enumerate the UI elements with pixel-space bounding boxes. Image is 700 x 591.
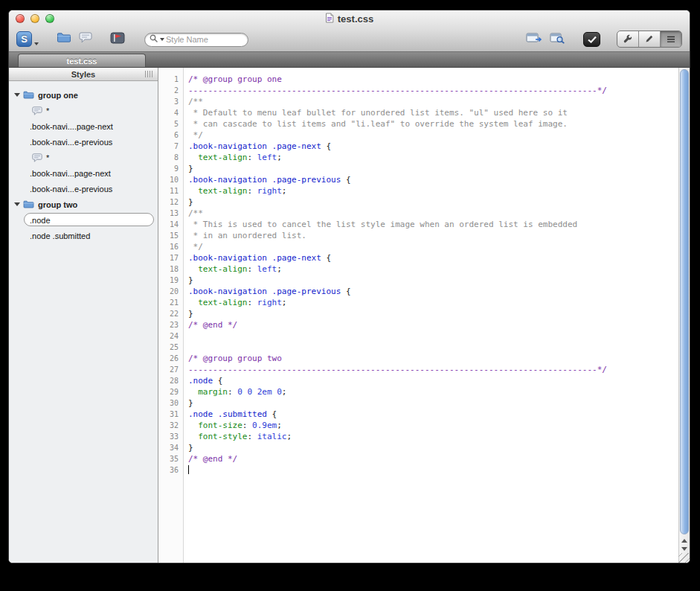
code-line[interactable]: .book-navigation .page-previous {: [188, 286, 678, 297]
styles-tree: group one*.book-navi....page-next.book-n…: [9, 81, 158, 243]
code-line[interactable]: margin: 0 0 2em 0;: [188, 386, 678, 397]
sidebar-item-comment[interactable]: *: [9, 103, 158, 118]
checkmark-icon: [583, 32, 600, 47]
sidebar-item-group[interactable]: group one: [9, 87, 158, 103]
code-line[interactable]: }: [188, 397, 678, 409]
xray-button[interactable]: [550, 30, 565, 49]
sidebar-grip-icon[interactable]: [145, 71, 153, 77]
code-line[interactable]: * This is used to cancel the list style …: [188, 219, 678, 230]
titlebar[interactable]: test.css: [9, 10, 690, 27]
code-line[interactable]: [188, 464, 678, 476]
app-window: test.css S: [8, 10, 690, 563]
sidebar-item-selector[interactable]: .book-navi...page-next: [9, 165, 158, 181]
sidebar-header-label: Styles: [71, 70, 95, 79]
disclosure-triangle-icon[interactable]: [14, 202, 20, 206]
close-button[interactable]: [16, 14, 25, 23]
code-line[interactable]: ----------------------------------------…: [188, 85, 678, 96]
code-editor[interactable]: 1234567891011121314151617181920212223242…: [158, 68, 690, 563]
line-number: 3: [158, 96, 183, 107]
vertical-scrollbar[interactable]: [678, 68, 690, 563]
code-line[interactable]: ----------------------------------------…: [188, 364, 678, 375]
new-style-button[interactable]: S: [16, 30, 39, 49]
code-line[interactable]: * Default to menu leaf bullet for unorde…: [188, 107, 678, 118]
line-number: 33: [158, 431, 183, 442]
window-chrome: test.css S: [9, 10, 690, 52]
sidebar-item-selector[interactable]: .book-navi...e-previous: [9, 181, 158, 197]
sidebar-item-selector[interactable]: .node: [9, 212, 158, 228]
milestones-button[interactable]: [110, 30, 125, 49]
segment-tools-button[interactable]: [617, 31, 639, 47]
line-number: 9: [158, 163, 183, 174]
sidebar-item-comment[interactable]: *: [9, 150, 158, 165]
sidebar-item-selector[interactable]: .node .submitted: [9, 228, 158, 243]
source-list-icon: [667, 33, 675, 46]
line-number: 16: [158, 241, 183, 252]
line-number: 2: [158, 85, 183, 96]
preview-button[interactable]: [526, 30, 542, 49]
code-line[interactable]: [188, 342, 678, 353]
line-number: 24: [158, 330, 183, 342]
minimize-button[interactable]: [30, 14, 39, 23]
code-line[interactable]: .book-navigation .page-previous {: [188, 174, 678, 185]
segment-edit-button[interactable]: [639, 31, 661, 47]
code-line[interactable]: .node {: [188, 375, 678, 386]
code-line[interactable]: }: [188, 163, 678, 174]
code-line[interactable]: */: [188, 130, 678, 141]
code-line[interactable]: /* @end */: [188, 453, 678, 464]
code-line[interactable]: /* @group group two: [188, 353, 678, 364]
code-line[interactable]: /**: [188, 208, 678, 219]
code-line[interactable]: }: [188, 442, 678, 453]
code-line[interactable]: /**: [188, 96, 678, 107]
code-line[interactable]: text-align: left;: [188, 152, 678, 163]
code-line[interactable]: .book-navigation .page-next {: [188, 252, 678, 263]
source-code-area[interactable]: /* @group group one---------------------…: [184, 68, 678, 563]
search-field: [144, 32, 248, 46]
tab-bar: test.css: [9, 52, 690, 68]
line-number: 25: [158, 342, 183, 353]
code-line[interactable]: [188, 330, 678, 342]
scroll-down-arrow-icon[interactable]: [679, 545, 690, 553]
code-line[interactable]: font-size: 0.9em;: [188, 420, 678, 431]
view-mode-segmented-control: [617, 31, 682, 48]
scrollbar-thumb[interactable]: [680, 69, 689, 534]
code-line[interactable]: }: [188, 197, 678, 208]
line-number: 13: [158, 208, 183, 219]
sidebar-item-label: .book-navi...e-previous: [30, 185, 112, 194]
new-comment-button[interactable]: [79, 30, 92, 49]
code-line[interactable]: .node .submitted {: [188, 409, 678, 420]
code-line[interactable]: text-align: right;: [188, 185, 678, 197]
line-number: 29: [158, 386, 183, 397]
code-line[interactable]: }: [188, 275, 678, 286]
code-line[interactable]: text-align: left;: [188, 263, 678, 275]
sidebar-item-selector[interactable]: .book-navi....page-next: [9, 118, 158, 134]
resize-grip[interactable]: [678, 553, 690, 563]
zoom-button[interactable]: [45, 14, 54, 23]
line-number: 26: [158, 353, 183, 364]
code-line[interactable]: }: [188, 308, 678, 319]
line-number: 1: [158, 74, 183, 85]
sidebar-item-selector[interactable]: .book-navi...e-previous: [9, 134, 158, 150]
code-line[interactable]: * in an unordered list.: [188, 230, 678, 241]
code-line[interactable]: font-style: italic;: [188, 431, 678, 442]
code-line[interactable]: .book-navigation .page-next {: [188, 141, 678, 152]
validate-button[interactable]: [583, 30, 600, 49]
sidebar-item-label: group one: [38, 91, 78, 100]
folder-icon: [23, 200, 34, 208]
tab-test-css[interactable]: test.css: [18, 54, 146, 67]
code-line[interactable]: */: [188, 241, 678, 252]
scroll-up-arrow-icon[interactable]: [679, 537, 690, 545]
code-line[interactable]: /* @end */: [188, 319, 678, 330]
line-number: 20: [158, 286, 183, 297]
sidebar-item-label: .book-navi...page-next: [30, 169, 111, 178]
new-group-button[interactable]: [57, 30, 71, 49]
sidebar-item-label: group two: [38, 200, 77, 209]
code-line[interactable]: text-align: right;: [188, 297, 678, 308]
code-line[interactable]: * can cascade to list items and "li.leaf…: [188, 118, 678, 130]
disclosure-triangle-icon[interactable]: [14, 93, 20, 97]
code-line[interactable]: /* @group group one: [188, 74, 678, 85]
line-number: 17: [158, 252, 183, 263]
segment-source-button[interactable]: [661, 31, 681, 47]
sidebar-item-group[interactable]: group two: [9, 197, 158, 212]
line-number: 23: [158, 319, 183, 330]
folder-icon: [57, 32, 71, 46]
